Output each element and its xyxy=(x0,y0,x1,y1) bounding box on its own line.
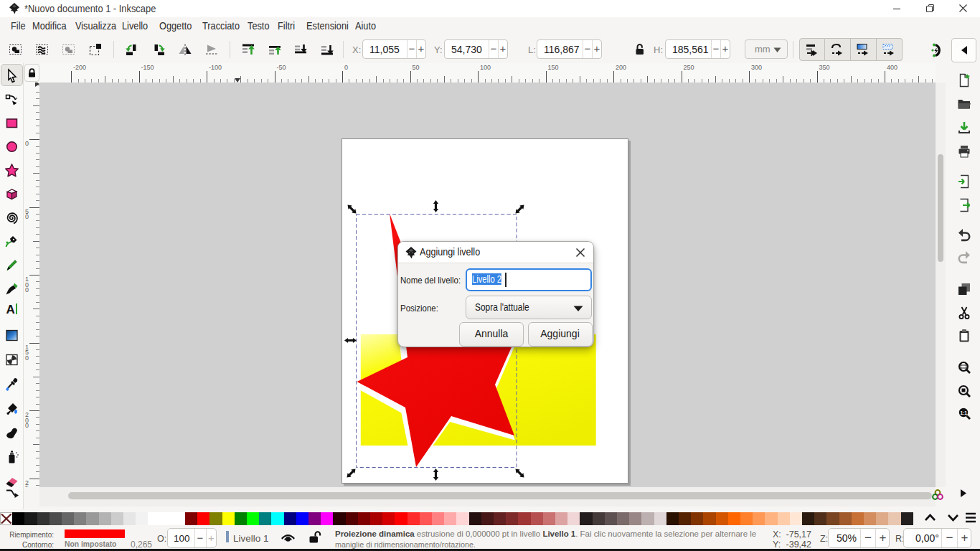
svg-text:A: A xyxy=(6,302,15,316)
svg-text:1:1: 1:1 xyxy=(961,410,968,415)
